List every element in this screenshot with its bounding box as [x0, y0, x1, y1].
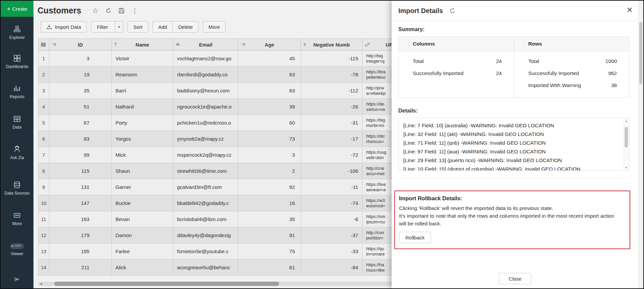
- negative-number-cell[interactable]: -72: [301, 147, 363, 163]
- sidebar-item-ask-zia[interactable]: Ask Zia: [10, 146, 24, 161]
- age-cell[interactable]: 63: [238, 83, 301, 99]
- id-cell[interactable]: 211: [49, 260, 112, 276]
- age-cell[interactable]: 60: [238, 115, 301, 131]
- column-header-select[interactable]: [38, 39, 49, 50]
- age-cell[interactable]: 35: [238, 211, 301, 227]
- email-cell[interactable]: baddisony@hexun.com: [173, 83, 238, 99]
- id-cell[interactable]: 67: [49, 115, 112, 131]
- sidebar-item-dashboards[interactable]: Dashboards: [6, 55, 28, 70]
- age-cell[interactable]: 92: [238, 179, 301, 195]
- row-number-cell[interactable]: 4: [38, 99, 49, 115]
- id-cell[interactable]: 115: [49, 163, 112, 179]
- scroll-left-icon[interactable]: ◀: [40, 282, 42, 285]
- age-cell[interactable]: 61: [238, 260, 301, 276]
- sidebar-item-data[interactable]: Data: [13, 115, 21, 130]
- negative-number-cell[interactable]: -78: [301, 67, 363, 83]
- sidebar-item-reports[interactable]: Reports: [10, 85, 24, 100]
- save-icon[interactable]: [118, 8, 125, 14]
- id-cell[interactable]: 19: [49, 67, 112, 83]
- row-number-cell[interactable]: 5: [38, 115, 49, 131]
- name-cell[interactable]: Farlee: [112, 243, 173, 260]
- id-cell[interactable]: 51: [49, 99, 112, 115]
- name-cell[interactable]: Yorgos: [112, 131, 173, 147]
- negative-number-cell[interactable]: -26: [301, 99, 363, 115]
- column-header-age[interactable]: ⁺# Age: [238, 39, 301, 50]
- email-cell[interactable]: ddavley4y@dagondesig: [173, 227, 238, 243]
- id-cell[interactable]: 179: [49, 227, 112, 243]
- import-data-button[interactable]: Import Data: [41, 21, 87, 32]
- email-cell[interactable]: pchicken1u@redcross.o: [173, 115, 238, 131]
- id-cell[interactable]: 147: [49, 195, 112, 211]
- name-cell[interactable]: Nathanil: [112, 99, 173, 115]
- name-cell[interactable]: Reamonn: [112, 67, 173, 83]
- age-cell[interactable]: 75: [238, 243, 301, 260]
- more-button[interactable]: More: [203, 21, 226, 32]
- scroll-up-icon[interactable]: ▲: [625, 120, 628, 123]
- negative-number-cell[interactable]: -74: [301, 195, 363, 211]
- id-cell[interactable]: 83: [49, 131, 112, 147]
- age-cell[interactable]: 16: [238, 195, 301, 211]
- panel-scrollbar-thumb[interactable]: [639, 22, 642, 84]
- negative-number-cell[interactable]: -11: [301, 179, 363, 195]
- negative-number-cell[interactable]: -37: [301, 227, 363, 243]
- age-cell[interactable]: 73: [238, 131, 301, 147]
- row-number-cell[interactable]: 8: [38, 163, 49, 179]
- id-cell[interactable]: 3: [49, 51, 112, 67]
- horizontal-scrollbar[interactable]: ◀: [38, 282, 393, 286]
- row-number-cell[interactable]: 10: [38, 195, 49, 211]
- viewer-off-toggle[interactable]: OFF: [10, 243, 24, 249]
- name-cell[interactable]: Mick: [112, 147, 173, 163]
- age-cell[interactable]: 39: [238, 99, 301, 115]
- rollback-button[interactable]: Rollback: [399, 232, 431, 243]
- sidebar-item-data-sources[interactable]: Data Sources: [4, 181, 30, 196]
- negative-number-cell[interactable]: -6: [301, 211, 363, 227]
- id-cell[interactable]: 163: [49, 211, 112, 227]
- age-cell[interactable]: 45: [238, 51, 301, 67]
- column-header-negative-number[interactable]: # Negative Numb: [301, 39, 363, 50]
- row-number-cell[interactable]: 3: [38, 83, 49, 99]
- favorite-star-icon[interactable]: ☆: [92, 7, 99, 14]
- name-cell[interactable]: Buckie: [112, 195, 173, 211]
- column-header-name[interactable]: T Name: [112, 39, 173, 50]
- id-cell[interactable]: 35: [49, 83, 112, 99]
- age-cell[interactable]: 3: [238, 147, 301, 163]
- email-cell[interactable]: vschlagtmans2@nsw.go: [173, 51, 238, 67]
- name-cell[interactable]: Shaun: [112, 163, 173, 179]
- negative-number-cell[interactable]: -31: [301, 115, 363, 131]
- id-cell[interactable]: 195: [49, 243, 112, 260]
- email-cell[interactable]: gcalvard3m@ft.com: [173, 179, 238, 195]
- row-number-cell[interactable]: 13: [38, 243, 49, 260]
- name-cell[interactable]: Alick: [112, 260, 173, 276]
- scroll-down-icon[interactable]: ▼: [625, 166, 628, 169]
- name-cell[interactable]: Barri: [112, 83, 173, 99]
- row-number-cell[interactable]: 14: [38, 260, 49, 276]
- negative-number-cell[interactable]: -33: [301, 243, 363, 260]
- details-scrollbar-thumb[interactable]: [625, 127, 628, 148]
- negative-number-cell[interactable]: -17: [301, 131, 363, 147]
- email-cell[interactable]: ymynott2a@mapy.cz: [173, 131, 238, 147]
- row-number-cell[interactable]: 12: [38, 227, 49, 243]
- name-cell[interactable]: Porty: [112, 115, 173, 131]
- column-header-id[interactable]: ⁺# ID: [49, 39, 112, 50]
- filter-button[interactable]: Filter ▾: [91, 21, 123, 32]
- negative-number-cell[interactable]: -115: [301, 51, 363, 67]
- horizontal-scrollbar-thumb[interactable]: [54, 282, 279, 286]
- create-button[interactable]: + Create: [1, 1, 33, 17]
- email-cell[interactable]: bbaldelli42@godaddy.c: [173, 195, 238, 211]
- kebab-menu-icon[interactable]: ⋮: [132, 7, 138, 14]
- id-cell[interactable]: 131: [49, 179, 112, 195]
- details-scrollbar[interactable]: ▲ ▼: [624, 118, 629, 170]
- column-header-email[interactable]: ✉ Email: [173, 39, 238, 50]
- chevron-down-icon[interactable]: ▾: [115, 21, 123, 32]
- negative-number-cell[interactable]: -106: [301, 163, 363, 179]
- email-cell[interactable]: mspencock2q@mapy.cz: [173, 147, 238, 163]
- name-cell[interactable]: Bevan: [112, 211, 173, 227]
- email-cell[interactable]: rbenfordi@godaddy.co: [173, 67, 238, 83]
- name-cell[interactable]: Damon: [112, 227, 173, 243]
- email-cell[interactable]: acosgreave5u@behanc: [173, 260, 238, 276]
- panel-scrollbar[interactable]: [638, 1, 643, 288]
- id-cell[interactable]: 99: [49, 147, 112, 163]
- panel-refresh-icon[interactable]: [449, 8, 456, 14]
- row-number-cell[interactable]: 2: [38, 67, 49, 83]
- name-cell[interactable]: Victoir: [112, 51, 173, 67]
